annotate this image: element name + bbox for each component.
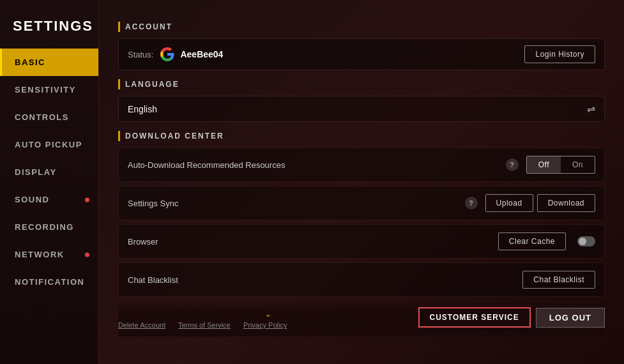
- settings-sync-buttons: Upload Download: [485, 194, 595, 212]
- auto-download-on-btn[interactable]: On: [561, 156, 595, 173]
- auto-download-label: Auto-Download Recommended Resources: [128, 160, 506, 170]
- browser-label: Browser: [128, 237, 498, 246]
- account-section-header: ACCOUNT: [118, 22, 605, 32]
- download-center-bar: [118, 131, 120, 141]
- footer-right: CUSTOMER SERVICE LOG OUT: [418, 307, 605, 328]
- chat-blacklist-label: Chat Blacklist: [128, 275, 522, 285]
- auto-download-off-btn[interactable]: Off: [527, 156, 561, 173]
- google-icon: [160, 47, 175, 62]
- chat-blacklist-button[interactable]: Chat Blacklist: [522, 271, 595, 289]
- main-content: ACCOUNT Status: AeeBee04 Login History L…: [99, 0, 624, 364]
- footer: ⌄ Delete Account Terms of Service Privac…: [118, 301, 605, 337]
- sidebar-item-display[interactable]: DISPLAY: [0, 158, 98, 186]
- language-section-header: LANGUAGE: [118, 79, 605, 89]
- login-history-button[interactable]: Login History: [524, 45, 595, 63]
- account-section-title: ACCOUNT: [125, 22, 172, 31]
- sidebar-item-sensitivity[interactable]: SENSITIVITY: [0, 76, 98, 103]
- language-row[interactable]: English ⇌: [118, 96, 605, 122]
- sidebar-item-controls[interactable]: CONTROLS: [0, 103, 98, 131]
- download-center-section-header: DOWNLOAD CENTER: [118, 131, 605, 141]
- sound-notification-dot: [85, 197, 89, 202]
- language-value: English: [128, 104, 587, 114]
- download-button[interactable]: Download: [537, 194, 595, 212]
- status-label: Status:: [128, 50, 153, 59]
- browser-toggle[interactable]: [577, 236, 595, 246]
- swap-language-icon: ⇌: [587, 103, 595, 115]
- auto-download-help-icon[interactable]: ?: [506, 158, 519, 171]
- network-notification-dot: [85, 252, 89, 257]
- sidebar-item-notification[interactable]: NOTIFICATION: [0, 268, 98, 296]
- settings-sync-row: Settings Sync ? Upload Download: [118, 186, 605, 220]
- delete-account-link[interactable]: Delete Account: [118, 321, 165, 329]
- chevron-down-icon: ⌄: [118, 306, 418, 321]
- account-section-bar: [118, 22, 120, 32]
- main-wrapper: ACCOUNT Status: AeeBee04 Login History L…: [99, 0, 624, 364]
- chat-blacklist-row: Chat Blacklist Chat Blacklist: [118, 262, 605, 297]
- download-center-title: DOWNLOAD CENTER: [125, 132, 224, 140]
- privacy-policy-link[interactable]: Privacy Policy: [243, 321, 287, 329]
- settings-sync-help-icon[interactable]: ?: [465, 197, 478, 209]
- sidebar-item-basic[interactable]: BASIC: [0, 49, 98, 76]
- upload-button[interactable]: Upload: [485, 194, 533, 212]
- terms-of-service-link[interactable]: Terms of Service: [178, 321, 231, 329]
- customer-service-button[interactable]: CUSTOMER SERVICE: [418, 307, 531, 328]
- account-username: AeeBee04: [180, 49, 524, 59]
- browser-row: Browser Clear Cache: [118, 224, 605, 259]
- auto-download-row: Auto-Download Recommended Resources ? Of…: [118, 148, 605, 182]
- footer-links: Delete Account Terms of Service Privacy …: [118, 321, 418, 329]
- sidebar-item-sound[interactable]: SOUND: [0, 186, 98, 213]
- sidebar-item-recording[interactable]: RECORDING: [0, 213, 98, 241]
- logout-button[interactable]: LOG OUT: [536, 308, 605, 328]
- language-section-bar: [118, 79, 120, 89]
- sidebar-item-network[interactable]: NETWORK: [0, 241, 98, 268]
- settings-title: SETTINGS: [0, 6, 98, 49]
- auto-download-toggle-group: Off On: [526, 156, 595, 174]
- sidebar: SETTINGS BASIC SENSITIVITY CONTROLS AUTO…: [0, 0, 99, 364]
- settings-sync-label: Settings Sync: [128, 199, 465, 208]
- account-row: Status: AeeBee04 Login History: [118, 38, 605, 70]
- language-section-title: LANGUAGE: [125, 80, 179, 89]
- sidebar-item-auto-pickup[interactable]: AUTO PICKUP: [0, 131, 98, 158]
- clear-cache-button[interactable]: Clear Cache: [498, 232, 566, 250]
